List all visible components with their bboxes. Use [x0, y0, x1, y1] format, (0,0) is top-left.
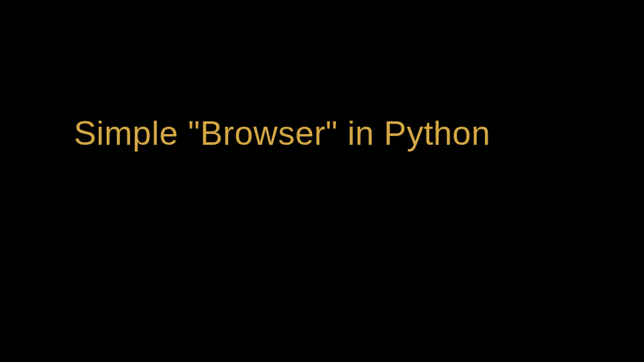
slide-title: Simple "Browser" in Python: [74, 114, 490, 153]
presentation-slide: Simple "Browser" in Python: [0, 0, 644, 362]
